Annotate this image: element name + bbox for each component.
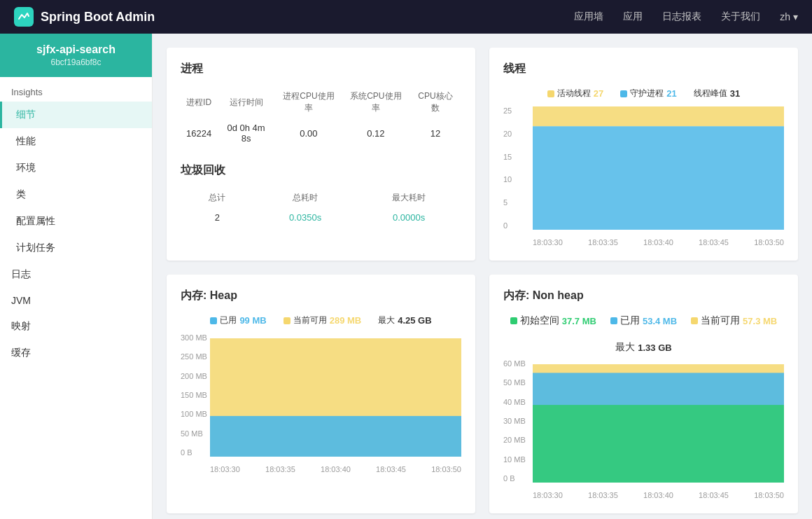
sidebar-item-日志[interactable]: 日志 [0,261,152,288]
main-layout: sjfx-api-search 6bcf19a6bf8c Insights 细节… [0,34,812,519]
nav-log[interactable]: 日志报表 [662,11,701,23]
threads-legend: 活动线程 27 守护进程 21 线程峰值 31 [503,88,784,99]
process-table: 进程ID 运行时间 进程CPU使用率 系统CPU使用率 CPU核心数 16224… [181,88,461,146]
proc-th-scpu: 系统CPU使用率 [342,88,410,120]
svg-rect-0 [533,126,784,230]
threads-chart-area [533,106,784,230]
nonheap-available-dot [691,317,698,324]
proc-val-cores: 12 [410,120,461,146]
legend-active-threads: 活动线程 27 [547,88,603,99]
gc-val-time: 0.0350s [254,209,356,226]
gc-title: 垃圾回收 [181,163,461,178]
legend-nonheap-init: 初始空间 37.7 MB [510,314,596,327]
sidebar-item-计划任务[interactable]: 计划任务 [0,235,152,261]
sidebar: sjfx-api-search 6bcf19a6bf8c Insights 细节… [0,34,153,519]
nonheap-card: 内存: Non heap 初始空间 37.7 MB 已用 53.4 MB [489,275,798,513]
proc-val-scpu: 0.12 [342,120,410,146]
gc-th-total: 总计 [181,189,254,209]
process-card: 进程 进程ID 运行时间 进程CPU使用率 系统CPU使用率 CPU核心数 [167,48,475,261]
heap-x-labels: 18:03:30 18:03:35 18:03:40 18:03:45 18:0… [210,465,461,473]
nonheap-x-labels: 18:03:30 18:03:35 18:03:40 18:03:45 18:0… [533,491,784,499]
threads-x-labels: 18:03:30 18:03:35 18:03:40 18:03:45 18:0… [533,238,784,247]
process-title: 进程 [181,62,461,76]
header-nav: 应用墙 应用 日志报表 关于我们 zh ▾ [574,11,798,23]
svg-rect-3 [210,416,461,457]
nonheap-title: 内存: Non heap [503,289,784,303]
svg-rect-6 [533,405,784,483]
sidebar-app-id: 6bcf19a6bf8c [11,57,141,67]
nav-app[interactable]: 应用 [623,11,643,23]
legend-nonheap-available: 当前可用 57.3 MB [691,314,777,327]
main-content: 进程 进程ID 运行时间 进程CPU使用率 系统CPU使用率 CPU核心数 [153,34,812,519]
proc-th-pcpu: 进程CPU使用率 [275,88,342,120]
sidebar-item-类[interactable]: 类 [0,181,152,208]
sidebar-item-缓存[interactable]: 缓存 [0,340,152,366]
nav-appwall[interactable]: 应用墙 [574,11,603,23]
proc-th-uptime: 运行时间 [217,88,275,120]
app-header: Spring Boot Admin 应用墙 应用 日志报表 关于我们 zh ▾ [0,0,812,34]
proc-val-pcpu: 0.00 [275,120,342,146]
logo-icon [14,7,34,27]
legend-heap-max: 最大 4.25 GB [378,314,431,326]
active-threads-dot [547,90,554,97]
proc-th-pid: 进程ID [181,88,217,120]
threads-card: 线程 活动线程 27 守护进程 21 线程峰值 31 [489,48,798,261]
sidebar-app-name: sjfx-api-search [11,43,141,56]
legend-nonheap-used: 已用 53.4 MB [610,314,677,327]
legend-heap-available: 当前可用 289 MB [284,314,362,326]
chevron-down-icon: ▾ [793,11,798,22]
heap-title: 内存: Heap [181,289,461,303]
threads-title: 线程 [503,62,784,76]
gc-th-time: 总耗时 [254,189,356,209]
proc-val-uptime: 0d 0h 4m 8s [217,120,275,146]
nonheap-init-dot [510,317,517,324]
heap-chart: 300 MB 250 MB 200 MB 150 MB 100 MB 50 MB… [181,333,461,473]
sidebar-item-jvm[interactable]: JVM [0,288,152,313]
nonheap-used-dot [610,317,617,324]
daemon-threads-dot [620,90,627,97]
legend-peak-threads: 线程峰值 31 [694,88,740,99]
gc-table: 总计 总耗时 最大耗时 2 0.0350s 0.0000s [181,189,461,226]
threads-y-labels: 25 20 15 10 5 0 [503,106,533,230]
nav-about[interactable]: 关于我们 [721,11,760,23]
heap-card: 内存: Heap 已用 99 MB 当前可用 289 MB 最大 4.25 [167,275,475,513]
sidebar-item-映射[interactable]: 映射 [0,313,152,340]
gc-section: 垃圾回收 总计 总耗时 最大耗时 2 0.0350 [181,163,461,226]
gc-val-total: 2 [181,209,254,226]
heap-chart-area [210,333,461,457]
heap-available-dot [284,317,290,324]
header-title: Spring Boot Admin [41,10,155,25]
heap-legend: 已用 99 MB 当前可用 289 MB 最大 4.25 GB [181,314,461,326]
legend-heap-used: 已用 99 MB [210,314,266,326]
header-logo: Spring Boot Admin [14,7,574,27]
heap-y-labels: 300 MB 250 MB 200 MB 150 MB 100 MB 50 MB… [181,333,210,457]
proc-val-pid: 16224 [181,120,217,146]
sidebar-item-细节[interactable]: 细节 [0,102,152,128]
sidebar-item-性能[interactable]: 性能 [0,128,152,155]
nonheap-chart: 60 MB 50 MB 40 MB 30 MB 20 MB 10 MB 0 B [503,359,784,499]
top-grid: 进程 进程ID 运行时间 进程CPU使用率 系统CPU使用率 CPU核心数 [167,48,798,261]
sidebar-app-info: sjfx-api-search 6bcf19a6bf8c [0,34,152,77]
proc-th-cores: CPU核心数 [410,88,461,120]
nonheap-chart-area [533,359,784,483]
sidebar-item-环境[interactable]: 环境 [0,155,152,181]
sidebar-insights-label: Insights [0,77,152,102]
legend-daemon-threads: 守护进程 21 [620,88,676,99]
svg-rect-1 [533,106,784,126]
gc-val-maxtime: 0.0000s [356,209,461,226]
threads-chart: 25 20 15 10 5 0 [503,106,784,247]
legend-nonheap-max: 最大 1.33 GB [615,341,671,354]
bottom-grid: 内存: Heap 已用 99 MB 当前可用 289 MB 最大 4.25 [167,275,798,513]
lang-switcher[interactable]: zh ▾ [780,11,798,22]
sidebar-item-配置属性[interactable]: 配置属性 [0,208,152,235]
nonheap-legend: 初始空间 37.7 MB 已用 53.4 MB 当前可用 57.3 MB [503,314,784,354]
nonheap-y-labels: 60 MB 50 MB 40 MB 30 MB 20 MB 10 MB 0 B [503,359,533,483]
gc-th-maxtime: 最大耗时 [356,189,461,209]
heap-used-dot [210,317,217,324]
